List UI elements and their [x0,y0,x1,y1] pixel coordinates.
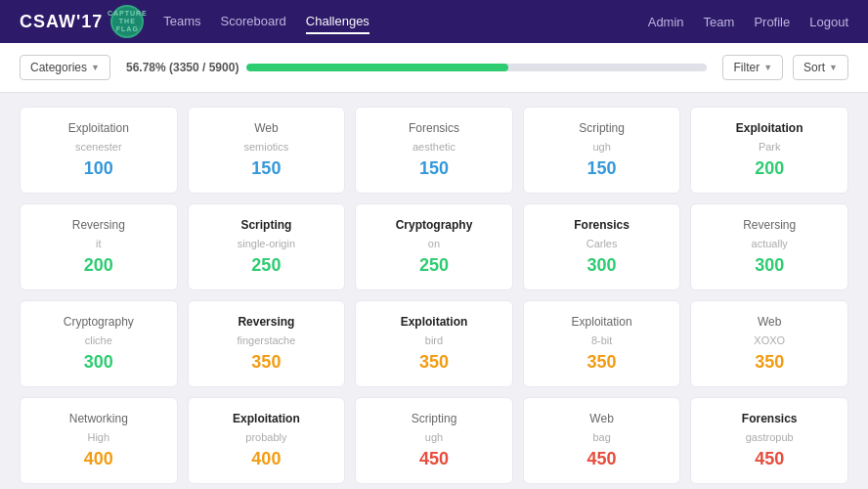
nav-right: Admin Team Profile Logout [648,11,848,33]
challenge-card[interactable]: Reversing it 200 [20,203,178,290]
challenge-card[interactable]: Scripting ugh 450 [355,397,513,484]
nav-challenges[interactable]: Challenges [306,10,369,34]
categories-chevron: ▼ [91,63,100,72]
brand-name: CSAW'17 [20,12,103,32]
challenge-card[interactable]: Reversing fingerstache 350 [188,300,346,387]
card-category: Exploitation [68,121,129,135]
card-name: fingerstache [237,334,295,346]
card-category: Forensics [409,121,459,135]
card-category: Reversing [72,218,125,232]
card-points: 150 [587,158,617,179]
card-category: Reversing [743,218,796,232]
challenge-card[interactable]: Networking High 400 [20,397,178,484]
card-points: 300 [755,255,784,276]
challenge-card[interactable]: Web semiotics 150 [188,107,346,194]
nav-admin[interactable]: Admin [648,11,684,33]
sort-button[interactable]: Sort ▼ [793,55,848,80]
challenge-card[interactable]: Cryptography on 250 [355,203,513,290]
progress-bar-fill [246,64,507,71]
card-category: Exploitation [233,412,300,425]
card-points: 200 [84,255,113,276]
categories-label: Categories [30,61,87,74]
card-name: 8-bit [591,334,612,346]
categories-button[interactable]: Categories ▼ [20,55,110,80]
nav-teams[interactable]: Teams [163,10,200,34]
card-points: 250 [419,255,449,276]
challenges-grid: Exploitation scenester 100 Web semiotics… [0,93,868,489]
sort-chevron: ▼ [829,63,838,72]
card-category: Web [758,315,781,329]
card-category: Web [254,121,278,135]
challenge-card[interactable]: Exploitation probably 400 [188,397,346,484]
card-points: 350 [587,352,617,373]
card-name: probably [245,431,286,443]
challenge-card[interactable]: Scripting ugh 150 [523,107,681,194]
card-name: Carles [586,238,618,249]
nav-team[interactable]: Team [704,11,735,33]
card-category: Scripting [579,121,625,135]
challenge-card[interactable]: Exploitation bird 350 [355,300,513,387]
card-category: Exploitation [736,121,803,135]
challenge-card[interactable]: Exploitation 8-bit 350 [523,300,681,387]
card-name: aesthetic [412,141,456,153]
filter-button[interactable]: Filter ▼ [722,55,783,80]
challenge-card[interactable]: Exploitation scenester 100 [20,107,178,194]
card-name: on [428,238,440,249]
card-name: ugh [425,431,443,443]
challenge-card[interactable]: Forensics aesthetic 150 [355,107,513,194]
card-points: 400 [84,449,113,469]
card-points: 450 [587,449,617,469]
card-category: Forensics [742,412,798,425]
card-name: High [87,431,109,443]
card-points: 150 [419,158,449,179]
card-name: actually [752,238,788,249]
card-category: Cryptography [396,218,473,232]
card-name: cliche [85,334,112,346]
card-name: scenester [75,141,122,153]
progress-section: 56.78% (3350 / 5900) [126,61,708,74]
challenge-card[interactable]: Web bag 450 [523,397,681,484]
card-points: 350 [251,352,281,373]
challenge-card[interactable]: Cryptography cliche 300 [20,300,178,387]
challenge-card[interactable]: Web XOXO 350 [690,300,848,387]
card-name: semiotics [243,141,288,153]
challenge-card[interactable]: Forensics gastropub 450 [690,397,848,484]
card-points: 400 [251,449,281,469]
challenge-card[interactable]: Scripting single-origin 250 [188,203,346,290]
card-category: Exploitation [572,315,632,329]
card-category: Web [589,412,613,425]
card-category: Forensics [574,218,629,232]
flag-text: THE FLAG [108,18,148,32]
card-name: XOXO [754,334,785,346]
sort-label: Sort [803,61,825,74]
card-category: Exploitation [401,315,468,329]
filter-chevron: ▼ [763,63,772,72]
nav-scoreboard[interactable]: Scoreboard [221,10,286,34]
card-name: single-origin [238,238,295,249]
card-points: 200 [755,158,784,179]
card-points: 250 [251,255,281,276]
card-name: it [96,238,102,249]
card-category: Networking [69,412,128,425]
nav-profile[interactable]: Profile [754,11,790,33]
card-points: 350 [755,352,784,373]
capture-text: CAPTURE [108,10,148,18]
card-category: Scripting [412,412,457,425]
navbar: CSAW'17 CAPTURE THE FLAG Teams Scoreboar… [0,0,868,43]
progress-bar-background [246,64,707,71]
challenge-card[interactable]: Exploitation Park 200 [690,107,848,194]
card-points: 350 [419,352,449,373]
ctf-badge: CAPTURE THE FLAG [110,5,144,38]
nav-logout[interactable]: Logout [809,11,848,33]
card-points: 300 [84,352,113,373]
challenge-card[interactable]: Reversing actually 300 [690,203,848,290]
card-points: 450 [419,449,449,469]
card-name: bird [425,334,443,346]
card-name: ugh [592,141,610,153]
card-points: 300 [587,255,617,276]
card-name: Park [759,141,781,153]
card-points: 150 [251,158,281,179]
card-category: Reversing [238,315,294,329]
challenge-card[interactable]: Forensics Carles 300 [523,203,681,290]
filter-label: Filter [733,61,760,74]
